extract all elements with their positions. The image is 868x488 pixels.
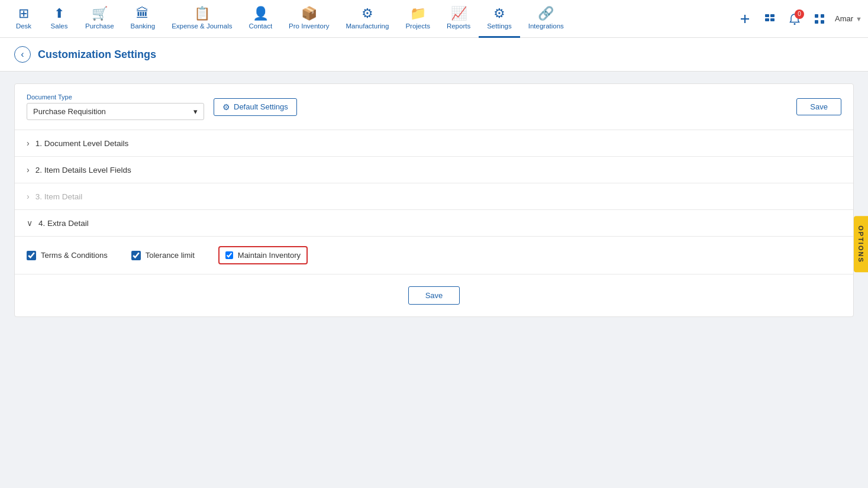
nav-desk[interactable]: ⊞ Desk xyxy=(6,0,41,38)
nav-sales[interactable]: ⬆ Sales xyxy=(41,0,77,38)
nav-sales-label: Sales xyxy=(51,22,68,30)
nav-projects[interactable]: 📁 Projects xyxy=(397,0,438,38)
document-type-label: Document Type xyxy=(27,93,204,101)
user-chevron-icon: ▼ xyxy=(856,15,862,22)
nav-settings-label: Settings xyxy=(487,22,512,30)
notification-badge: 0 xyxy=(795,9,804,19)
section-extra-detail-label: 4. Extra Detail xyxy=(38,219,89,228)
sales-icon: ⬆ xyxy=(54,6,64,21)
chevron-right-icon-2: › xyxy=(27,165,30,174)
svg-rect-5 xyxy=(770,18,775,21)
nav-manufacturing-label: Manufacturing xyxy=(346,22,389,30)
default-settings-label: Default Settings xyxy=(234,102,288,111)
back-icon: ‹ xyxy=(21,49,24,60)
terms-checkbox-item[interactable]: Terms & Conditions xyxy=(27,251,108,260)
options-tab-label: OPTIONS xyxy=(857,225,864,263)
page-header: ‹ Customization Settings xyxy=(0,38,868,72)
main-content: ‹ Customization Settings Document Type P… xyxy=(0,38,868,488)
user-name: Amar xyxy=(835,14,853,23)
svg-rect-9 xyxy=(815,20,818,24)
nav-expense[interactable]: 📋 Expense & Journals xyxy=(163,0,240,38)
settings-card: Document Type Purchase Requisition ▾ ⚙ D… xyxy=(14,83,854,317)
integrations-icon: 🔗 xyxy=(538,6,554,21)
topnav-right: 0 Amar ▼ xyxy=(735,9,862,28)
terms-checkbox[interactable] xyxy=(27,251,36,260)
tolerance-label: Tolerance limit xyxy=(146,251,195,260)
nav-banking[interactable]: 🏛 Banking xyxy=(122,0,164,38)
svg-rect-2 xyxy=(765,14,769,17)
gear-icon: ⚙ xyxy=(222,102,230,112)
bottom-save-row: Save xyxy=(15,274,853,316)
options-tab[interactable]: OPTIONS xyxy=(854,216,868,273)
nav-reports-label: Reports xyxy=(447,22,470,30)
contact-icon: 👤 xyxy=(253,6,269,21)
terms-label: Terms & Conditions xyxy=(41,251,108,260)
settings-icon: ⚙ xyxy=(493,6,505,21)
svg-rect-4 xyxy=(765,18,769,21)
back-button[interactable]: ‹ xyxy=(14,46,31,63)
svg-rect-7 xyxy=(815,14,818,18)
nav-settings[interactable]: ⚙ Settings xyxy=(479,0,520,38)
proinventory-icon: 📦 xyxy=(301,6,317,21)
section-doc-level[interactable]: › 1. Document Level Details xyxy=(15,130,853,157)
nav-integrations[interactable]: 🔗 Integrations xyxy=(520,0,572,38)
nav-proinventory[interactable]: 📦 Pro Inventory xyxy=(280,0,337,38)
content-area: Document Type Purchase Requisition ▾ ⚙ D… xyxy=(0,72,868,329)
nav-contact[interactable]: 👤 Contact xyxy=(240,0,280,38)
chevron-right-icon: › xyxy=(27,138,30,148)
tolerance-checkbox[interactable] xyxy=(131,251,141,260)
default-settings-button[interactable]: ⚙ Default Settings xyxy=(214,98,297,116)
nav-contact-label: Contact xyxy=(249,22,272,30)
nav-banking-label: Banking xyxy=(131,22,156,30)
save-top-button[interactable]: Save xyxy=(796,98,841,115)
nav-desk-label: Desk xyxy=(16,22,31,30)
nav-expense-label: Expense & Journals xyxy=(172,22,232,30)
banking-icon: 🏛 xyxy=(136,6,149,21)
nav-integrations-label: Integrations xyxy=(528,22,564,30)
top-navigation: ⊞ Desk ⬆ Sales 🛒 Purchase 🏛 Banking 📋 Ex… xyxy=(0,0,868,38)
add-button[interactable] xyxy=(735,9,754,28)
manufacturing-icon: ⚙ xyxy=(362,6,373,21)
projects-icon: 📁 xyxy=(410,6,426,21)
section-doc-level-label: 1. Document Level Details xyxy=(36,139,129,148)
section-item-detail-label: 3. Item Detail xyxy=(36,192,83,201)
svg-point-6 xyxy=(794,23,796,25)
maintain-inventory-label: Maintain Inventory xyxy=(238,251,301,260)
dropdown-chevron-icon: ▾ xyxy=(193,107,198,116)
maintain-inventory-checkbox[interactable] xyxy=(225,251,233,259)
desk-icon: ⊞ xyxy=(18,6,29,21)
nav-reports[interactable]: 📈 Reports xyxy=(438,0,479,38)
tolerance-checkbox-item[interactable]: Tolerance limit xyxy=(131,251,195,260)
document-type-select[interactable]: Purchase Requisition ▾ xyxy=(27,103,204,120)
chevron-down-icon: ∨ xyxy=(27,218,33,228)
reports-icon: 📈 xyxy=(451,6,467,21)
document-type-row: Document Type Purchase Requisition ▾ ⚙ D… xyxy=(15,84,853,130)
svg-rect-10 xyxy=(821,20,824,24)
save-bottom-button[interactable]: Save xyxy=(408,286,460,305)
layout-button[interactable] xyxy=(760,9,779,28)
document-type-field: Document Type Purchase Requisition ▾ xyxy=(27,93,204,120)
nav-projects-label: Projects xyxy=(405,22,430,30)
checkbox-row: Terms & Conditions Tolerance limit Maint… xyxy=(27,246,841,264)
grid-button[interactable] xyxy=(810,9,829,28)
purchase-icon: 🛒 xyxy=(92,6,108,21)
notification-button[interactable]: 0 xyxy=(785,9,804,28)
section-item-details[interactable]: › 2. Item Details Level Fields xyxy=(15,157,853,183)
svg-rect-8 xyxy=(821,14,824,18)
section-item-details-label: 2. Item Details Level Fields xyxy=(36,166,131,174)
user-menu[interactable]: Amar ▼ xyxy=(835,14,862,23)
chevron-right-icon-3: › xyxy=(27,192,30,201)
nav-manufacturing[interactable]: ⚙ Manufacturing xyxy=(338,0,398,38)
expense-icon: 📋 xyxy=(194,6,210,21)
extra-detail-content: Terms & Conditions Tolerance limit Maint… xyxy=(15,237,853,274)
section-item-detail[interactable]: › 3. Item Detail xyxy=(15,183,853,210)
maintain-inventory-highlight: Maintain Inventory xyxy=(218,246,308,264)
nav-purchase[interactable]: 🛒 Purchase xyxy=(77,0,122,38)
document-type-value: Purchase Requisition xyxy=(33,107,106,116)
nav-purchase-label: Purchase xyxy=(85,22,114,30)
svg-rect-3 xyxy=(770,14,775,17)
page-title: Customization Settings xyxy=(38,49,156,61)
section-extra-detail[interactable]: ∨ 4. Extra Detail xyxy=(15,210,853,237)
nav-proinventory-label: Pro Inventory xyxy=(289,22,329,30)
